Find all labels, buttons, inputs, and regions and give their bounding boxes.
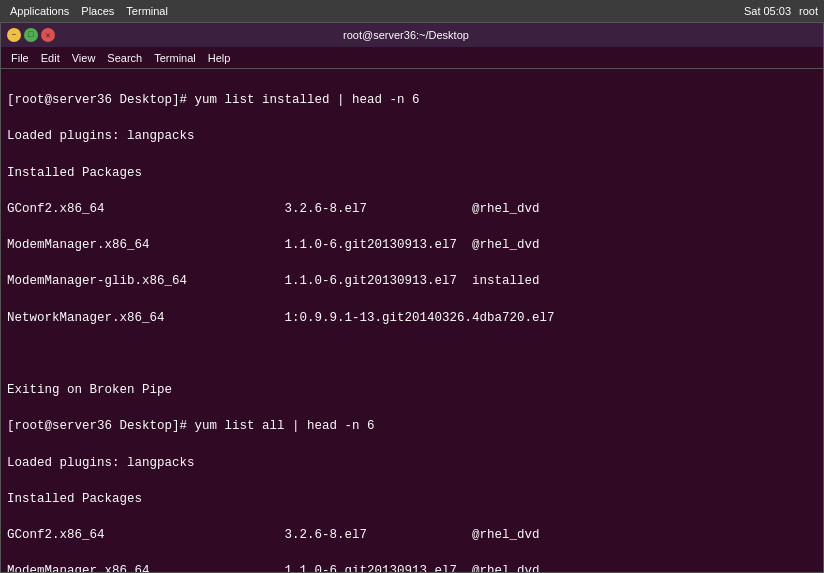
line-7: NetworkManager.x86_64 1:0.9.9.1-13.git20… <box>7 309 817 327</box>
applications-menu[interactable]: Applications <box>4 0 75 22</box>
line-12: Installed Packages <box>7 490 817 508</box>
maximize-button[interactable]: □ <box>24 28 38 42</box>
line-3: Installed Packages <box>7 164 817 182</box>
places-menu[interactable]: Places <box>75 0 120 22</box>
menu-help[interactable]: Help <box>202 47 237 68</box>
top-right-info: Sat 05:03 root <box>744 0 818 22</box>
line-10: [root@server36 Desktop]# yum list all | … <box>7 417 817 435</box>
terminal-app-menu[interactable]: Terminal <box>120 0 174 22</box>
terminal-content[interactable]: [root@server36 Desktop]# yum list instal… <box>1 69 823 572</box>
line-13: GConf2.x86_64 3.2.6-8.el7 @rhel_dvd <box>7 526 817 544</box>
line-4: GConf2.x86_64 3.2.6-8.el7 @rhel_dvd <box>7 200 817 218</box>
window-button-group: – □ ✕ <box>7 28 55 42</box>
menu-search[interactable]: Search <box>101 47 148 68</box>
menu-file[interactable]: File <box>5 47 35 68</box>
line-6: ModemManager-glib.x86_64 1.1.0-6.git2013… <box>7 272 817 290</box>
line-9: Exiting on Broken Pipe <box>7 381 817 399</box>
line-8 <box>7 345 817 363</box>
terminal-titlebar: – □ ✕ root@server36:~/Desktop <box>1 23 823 47</box>
menu-view[interactable]: View <box>66 47 102 68</box>
close-button[interactable]: ✕ <box>41 28 55 42</box>
minimize-button[interactable]: – <box>7 28 21 42</box>
menu-edit[interactable]: Edit <box>35 47 66 68</box>
menu-terminal[interactable]: Terminal <box>148 47 202 68</box>
top-menubar: Applications Places Terminal Sat 05:03 r… <box>0 0 824 22</box>
line-14: ModemManager.x86_64 1.1.0-6.git20130913.… <box>7 562 817 572</box>
terminal-title: root@server36:~/Desktop <box>55 29 757 41</box>
line-5: ModemManager.x86_64 1.1.0-6.git20130913.… <box>7 236 817 254</box>
terminal-window: – □ ✕ root@server36:~/Desktop File Edit … <box>0 22 824 573</box>
line-11: Loaded plugins: langpacks <box>7 454 817 472</box>
current-user: root <box>799 5 818 17</box>
system-time: Sat 05:03 <box>744 5 791 17</box>
line-1: [root@server36 Desktop]# yum list instal… <box>7 91 817 109</box>
line-2: Loaded plugins: langpacks <box>7 127 817 145</box>
terminal-menubar: File Edit View Search Terminal Help <box>1 47 823 69</box>
